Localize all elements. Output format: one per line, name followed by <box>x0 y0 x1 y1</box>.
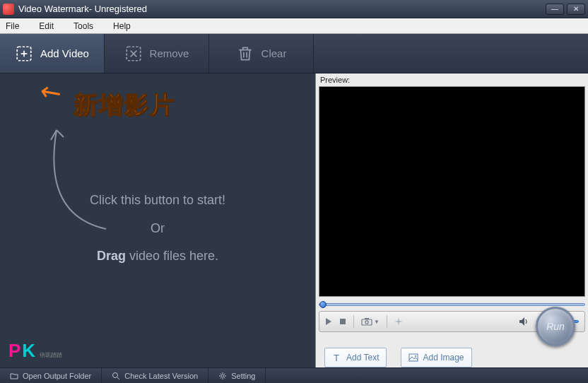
run-button[interactable]: Run <box>536 307 575 346</box>
video-list-panel[interactable]: ↖ 新增影片 Click this button to start! Or Dr… <box>0 73 315 367</box>
seek-track[interactable] <box>319 303 585 306</box>
stop-icon <box>339 318 346 325</box>
check-version-label: Check Latest Version <box>124 372 198 380</box>
menu-tools[interactable]: Tools <box>74 21 93 31</box>
snapshot-button[interactable]: ▼ <box>361 317 380 326</box>
window-title: Video Watermark- Unregistered <box>18 4 546 14</box>
status-bar: Open Output Folder Check Latest Version … <box>0 367 588 383</box>
svg-point-17 <box>113 372 118 377</box>
watermark-actions: T Add Text Add Image <box>319 348 585 367</box>
open-output-label: Open Output Folder <box>23 372 91 380</box>
add-image-label: Add Image <box>423 353 464 363</box>
trash-icon <box>236 45 254 63</box>
menu-file[interactable]: File <box>6 21 19 31</box>
effects-button[interactable] <box>394 317 403 326</box>
separator <box>353 315 354 328</box>
menu-edit[interactable]: Edit <box>39 21 54 31</box>
hint-drag-bold: Drag <box>97 249 126 263</box>
preview-panel: Preview: ▼ <box>315 73 588 367</box>
search-icon <box>112 372 120 380</box>
svg-point-11 <box>365 321 368 324</box>
sparkle-icon <box>394 317 403 326</box>
remove-button[interactable]: Remove <box>105 34 209 73</box>
clear-label: Clear <box>261 47 287 59</box>
stop-button[interactable] <box>339 318 346 325</box>
hint-drag-rest: video files here. <box>126 249 218 263</box>
logo-p: P <box>8 340 22 361</box>
play-icon <box>325 318 332 325</box>
add-video-icon <box>15 45 33 63</box>
main-body: ↖ 新增影片 Click this button to start! Or Dr… <box>0 73 588 367</box>
svg-marker-8 <box>326 318 331 325</box>
check-version-button[interactable]: Check Latest Version <box>102 368 208 383</box>
add-video-label: Add Video <box>40 47 89 59</box>
chevron-down-icon: ▼ <box>374 319 380 325</box>
pk-logo: PK痞凱踏踏 <box>8 340 62 362</box>
logo-k: K <box>22 340 37 361</box>
svg-marker-13 <box>519 317 524 326</box>
gear-icon <box>218 372 227 380</box>
open-output-folder-button[interactable]: Open Output Folder <box>0 368 102 383</box>
svg-point-16 <box>415 355 416 357</box>
svg-line-18 <box>117 377 119 379</box>
app-icon <box>3 4 14 15</box>
svg-rect-9 <box>340 319 346 324</box>
separator <box>387 315 387 328</box>
svg-rect-12 <box>365 318 369 319</box>
remove-label: Remove <box>150 47 189 59</box>
title-bar: Video Watermark- Unregistered — ✕ <box>0 0 588 18</box>
window-controls: — ✕ <box>546 4 585 15</box>
setting-label: Setting <box>231 372 255 380</box>
minimize-button[interactable]: — <box>546 4 564 15</box>
preview-label: Preview: <box>316 73 588 86</box>
speaker-icon <box>519 317 529 326</box>
image-icon <box>408 353 418 363</box>
text-icon: T <box>332 353 342 363</box>
folder-icon <box>10 372 18 380</box>
run-label: Run <box>546 321 565 332</box>
play-button[interactable] <box>325 318 332 325</box>
svg-rect-15 <box>409 354 418 361</box>
setting-button[interactable]: Setting <box>208 368 266 383</box>
menu-help[interactable]: Help <box>113 21 131 31</box>
close-button[interactable]: ✕ <box>567 4 585 15</box>
remove-icon <box>124 45 143 63</box>
add-text-button[interactable]: T Add Text <box>324 348 387 367</box>
logo-sub: 痞凱踏踏 <box>40 352 62 358</box>
volume-button[interactable] <box>519 317 529 326</box>
preview-area <box>319 86 585 297</box>
add-video-button[interactable]: Add Video <box>0 34 105 73</box>
annotation-arrow-icon: ↖ <box>33 74 68 111</box>
svg-point-19 <box>221 375 224 377</box>
camera-icon <box>361 317 372 326</box>
menu-bar: File Edit Tools Help <box>0 18 588 34</box>
curve-arrow-icon <box>21 116 127 236</box>
seek-thumb[interactable] <box>319 301 327 308</box>
add-text-label: Add Text <box>346 353 379 363</box>
hint-line3: Drag video files here. <box>90 242 225 271</box>
clear-button[interactable]: Clear <box>209 34 314 73</box>
toolbar: Add Video Remove Clear <box>0 34 588 73</box>
seek-slider[interactable] <box>319 300 585 310</box>
svg-text:T: T <box>334 353 339 363</box>
add-image-button[interactable]: Add Image <box>401 348 471 367</box>
